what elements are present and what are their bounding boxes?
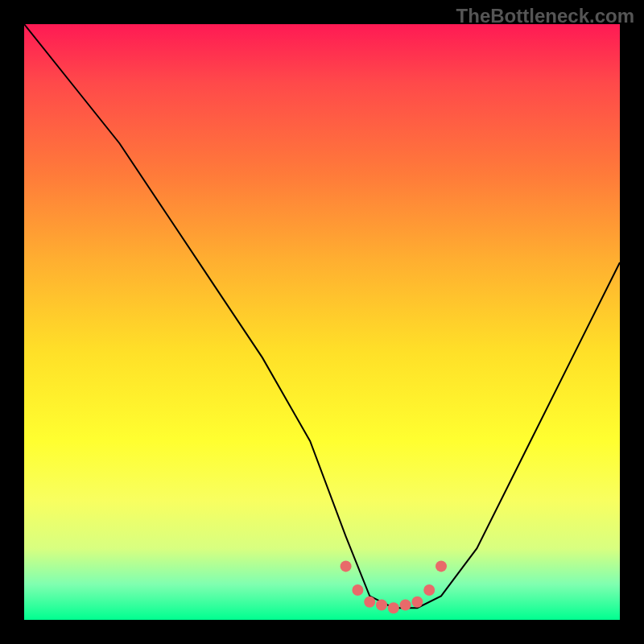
highlight-markers	[341, 560, 447, 613]
highlight-dot	[400, 600, 411, 611]
highlight-dot	[364, 597, 375, 608]
highlight-dot	[436, 560, 447, 572]
chart-svg	[24, 24, 620, 620]
highlight-dot	[376, 600, 387, 611]
highlight-dot	[388, 602, 399, 613]
highlight-dot	[411, 597, 423, 608]
chart-plot-area	[24, 24, 620, 620]
highlight-dot	[423, 584, 435, 596]
watermark-text: TheBottleneck.com	[456, 5, 634, 27]
highlight-dot	[352, 584, 363, 596]
bottleneck-curve	[24, 24, 620, 608]
highlight-dot	[341, 560, 352, 572]
